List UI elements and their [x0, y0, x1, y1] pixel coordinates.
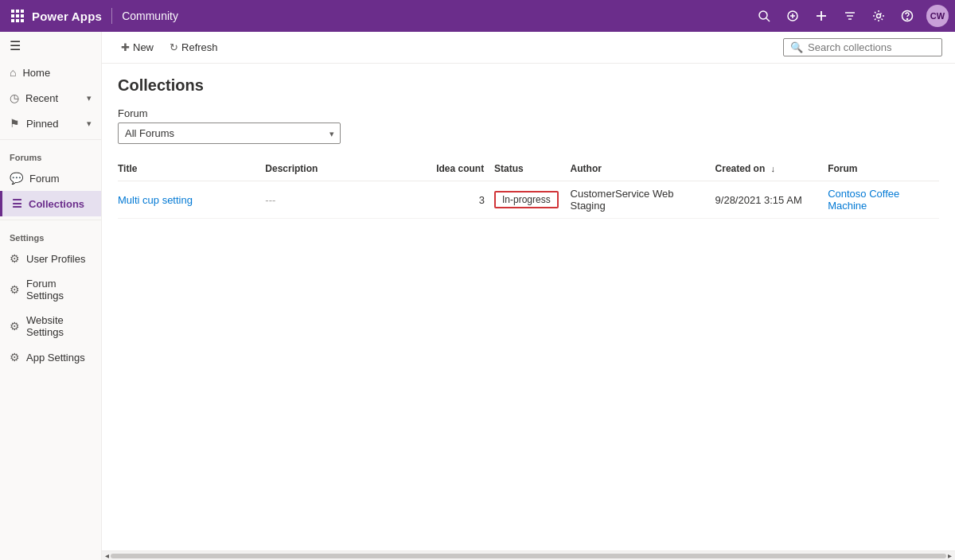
- add-icon[interactable]: [809, 3, 834, 29]
- cell-forum: Contoso Coffee Machine: [828, 181, 939, 219]
- svg-rect-7: [16, 19, 19, 22]
- sidebar-item-forum[interactable]: 💬 Forum: [0, 165, 101, 191]
- col-header-status: Status: [494, 157, 571, 181]
- forum-link[interactable]: Contoso Coffee Machine: [828, 188, 899, 212]
- svg-point-17: [877, 14, 881, 18]
- sidebar-item-collections[interactable]: ☰ Collections: [0, 191, 101, 216]
- svg-line-10: [766, 18, 770, 21]
- layout: ☰ ⌂ Home ◷ Recent ▾ ⚑ Pinned ▾ Forums 💬 …: [0, 32, 955, 560]
- search-nav-icon[interactable]: [751, 3, 777, 29]
- svg-point-9: [759, 11, 767, 19]
- title-link[interactable]: Multi cup setting: [118, 194, 193, 206]
- sort-desc-icon: ↓: [771, 164, 776, 173]
- table-header: Title Description Idea count Status Auth: [118, 157, 939, 181]
- forum-icon: 💬: [10, 172, 23, 185]
- filter-icon[interactable]: [837, 3, 863, 29]
- home-icon: ⌂: [10, 66, 16, 79]
- app-settings-icon: ⚙: [10, 351, 20, 364]
- col-header-description: Description: [265, 157, 436, 181]
- new-button[interactable]: ✚ New: [115, 38, 160, 56]
- collections-icon: ☰: [12, 197, 22, 210]
- description-value: ---: [265, 194, 275, 206]
- settings-icon[interactable]: [866, 3, 891, 29]
- search-icon: 🔍: [790, 41, 803, 53]
- avatar[interactable]: CW: [926, 5, 949, 27]
- sidebar-hamburger[interactable]: ☰: [0, 32, 101, 60]
- svg-rect-4: [16, 14, 19, 18]
- chevron-down-icon: ▾: [87, 93, 92, 103]
- filter-section: Forum All Forums ▾: [118, 107, 939, 144]
- svg-rect-5: [21, 14, 24, 18]
- svg-rect-8: [21, 19, 24, 22]
- forum-settings-icon: ⚙: [10, 283, 20, 296]
- sidebar-item-label-home: Home: [22, 67, 50, 79]
- forum-filter-select[interactable]: All Forums: [118, 122, 341, 144]
- app-name: Power Apps: [32, 10, 102, 23]
- col-header-created-on: Created on ↓: [715, 157, 828, 181]
- col-header-forum: Forum: [828, 157, 939, 181]
- sidebar-divider-1: [0, 139, 101, 140]
- sidebar-item-label-collections: Collections: [29, 198, 84, 210]
- nav-divider: [111, 8, 112, 24]
- refresh-label: Refresh: [181, 41, 218, 53]
- sidebar-item-label-forum-settings: Forum Settings: [26, 278, 92, 301]
- sidebar: ☰ ⌂ Home ◷ Recent ▾ ⚑ Pinned ▾ Forums 💬 …: [0, 32, 102, 560]
- cell-created-on: 9/28/2021 3:15 AM: [715, 181, 828, 219]
- sidebar-item-user-profiles[interactable]: ⚙ User Profiles: [0, 246, 101, 271]
- sidebar-item-home[interactable]: ⌂ Home: [0, 60, 101, 85]
- filter-label: Forum: [118, 107, 939, 119]
- sidebar-item-label-forum: Forum: [29, 173, 60, 185]
- favorites-icon[interactable]: [780, 3, 805, 29]
- svg-point-19: [906, 18, 907, 19]
- svg-rect-2: [21, 10, 24, 13]
- svg-rect-3: [11, 14, 14, 18]
- scroll-right-arrow[interactable]: ▸: [946, 551, 953, 560]
- sidebar-item-label-recent: Recent: [25, 92, 58, 104]
- cell-author: CustomerService Web Staging: [571, 181, 715, 219]
- cell-status: In-progress: [494, 181, 571, 219]
- refresh-icon: ↻: [170, 41, 178, 53]
- sidebar-item-label-app-settings: App Settings: [26, 352, 85, 364]
- grid-icon[interactable]: [6, 5, 29, 27]
- scroll-left-arrow[interactable]: ◂: [103, 551, 111, 560]
- main-content: ✚ New ↻ Refresh 🔍 Collections Forum All: [102, 32, 955, 560]
- toolbar: ✚ New ↻ Refresh 🔍: [102, 32, 955, 64]
- nav-community: Community: [122, 10, 178, 22]
- nav-icons: CW: [751, 3, 949, 29]
- settings-section-label: Settings: [0, 224, 101, 246]
- page-content: Collections Forum All Forums ▾ Title: [102, 64, 955, 550]
- sidebar-item-pinned[interactable]: ⚑ Pinned ▾: [0, 111, 101, 136]
- cell-title: Multi cup setting: [118, 181, 265, 219]
- cell-description: ---: [265, 181, 436, 219]
- status-badge: In-progress: [494, 191, 559, 208]
- svg-rect-6: [11, 19, 14, 22]
- scrollbar-track[interactable]: [111, 554, 946, 558]
- pin-icon: ⚑: [10, 117, 20, 130]
- search-input[interactable]: [808, 41, 935, 53]
- website-settings-icon: ⚙: [10, 320, 20, 332]
- page-title: Collections: [118, 76, 939, 95]
- search-box[interactable]: 🔍: [783, 38, 942, 56]
- col-header-idea-count: Idea count: [436, 157, 494, 181]
- forums-section-label: Forums: [0, 143, 101, 165]
- plus-icon: ✚: [121, 41, 130, 53]
- sidebar-item-label-pinned: Pinned: [26, 118, 58, 130]
- data-table: Title Description Idea count Status Auth: [118, 157, 939, 219]
- table-body: Multi cup setting --- 3 In-progress Cust…: [118, 181, 939, 219]
- sidebar-item-website-settings[interactable]: ⚙ Website Settings: [0, 308, 101, 344]
- svg-rect-1: [16, 10, 19, 13]
- sidebar-item-forum-settings[interactable]: ⚙ Forum Settings: [0, 271, 101, 308]
- new-label: New: [133, 41, 154, 53]
- cell-idea-count: 3: [436, 181, 494, 219]
- bottom-scrollbar[interactable]: ◂ ▸: [102, 550, 955, 560]
- top-nav: Power Apps Community: [0, 0, 955, 32]
- recent-icon: ◷: [10, 91, 19, 104]
- sidebar-divider-2: [0, 220, 101, 220]
- refresh-button[interactable]: ↻ Refresh: [163, 38, 224, 56]
- sidebar-item-recent[interactable]: ◷ Recent ▾: [0, 85, 101, 111]
- sidebar-item-app-settings[interactable]: ⚙ App Settings: [0, 344, 101, 370]
- chevron-down-icon-pinned: ▾: [87, 119, 92, 129]
- col-header-author: Author: [571, 157, 715, 181]
- table-row: Multi cup setting --- 3 In-progress Cust…: [118, 181, 939, 219]
- help-icon[interactable]: [895, 3, 920, 29]
